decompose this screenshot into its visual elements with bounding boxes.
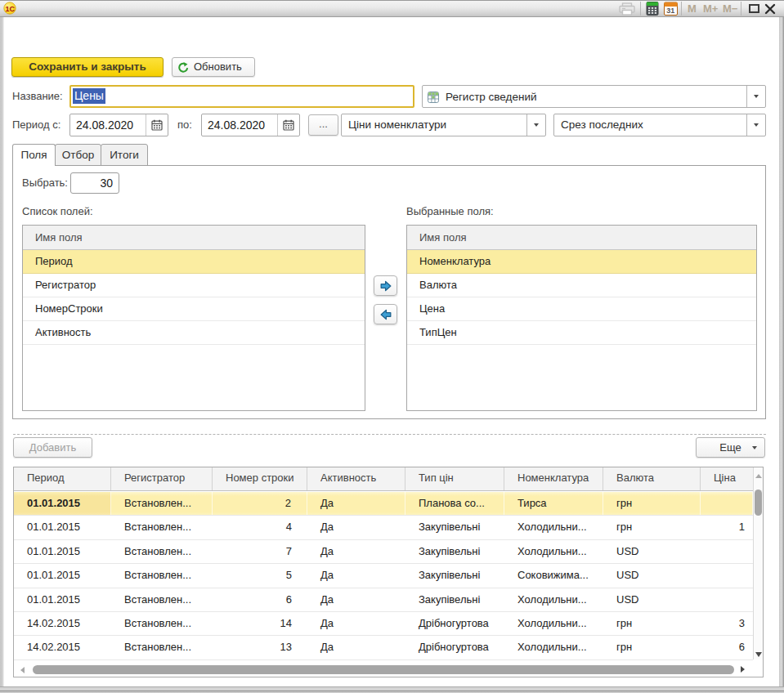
svg-text:31: 31 <box>666 7 674 15</box>
svg-text:1С: 1С <box>6 5 16 13</box>
